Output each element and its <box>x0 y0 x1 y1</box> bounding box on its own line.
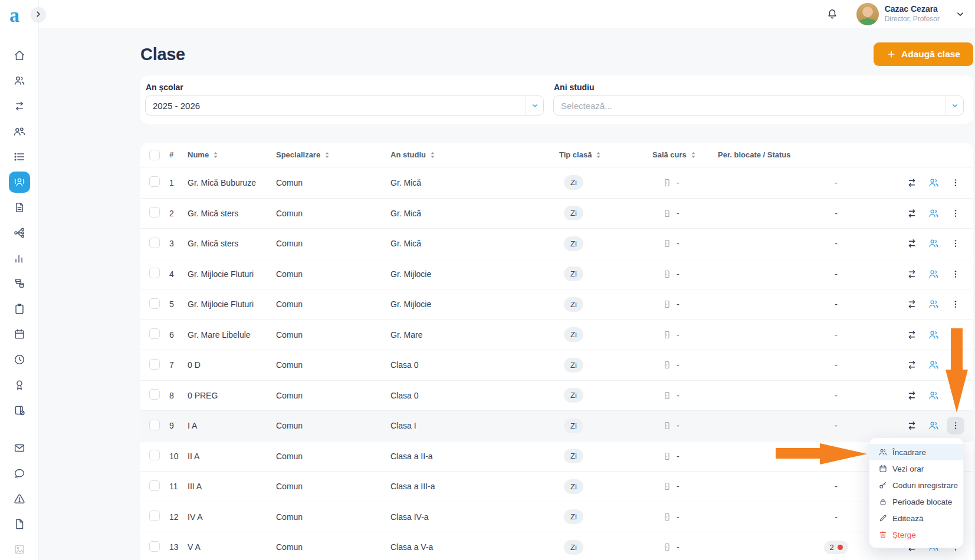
transfer-button[interactable] <box>903 174 921 192</box>
transfer-button[interactable] <box>903 295 921 313</box>
students-button[interactable] <box>925 326 943 344</box>
col-header-nume[interactable]: Nume <box>188 150 276 159</box>
sidebar-item-warning[interactable] <box>0 486 39 511</box>
room-cell: - <box>652 452 718 461</box>
row-checkbox[interactable] <box>149 268 160 278</box>
row-menu-button[interactable] <box>947 387 964 404</box>
add-class-button[interactable]: Adaugă clase <box>874 42 973 66</box>
sidebar-item-list[interactable] <box>0 144 39 169</box>
row-checkbox[interactable] <box>149 359 160 370</box>
col-header-tip-clasa[interactable]: Tip clasă <box>559 150 652 159</box>
sidebar-item-swap[interactable] <box>0 93 39 118</box>
award-icon <box>13 378 26 391</box>
door-icon <box>662 360 672 370</box>
class-type-badge: Zi <box>564 358 583 373</box>
user-menu-chevron[interactable] <box>955 9 966 19</box>
row-menu-button[interactable] <box>947 235 964 252</box>
sidebar-item-clock[interactable] <box>0 347 39 372</box>
col-header-sala-curs[interactable]: Sală curs <box>652 150 718 159</box>
transfer-button[interactable] <box>903 265 921 283</box>
sidebar-item-calendar[interactable] <box>0 321 39 347</box>
col-header-specializare[interactable]: Specializare <box>276 150 390 159</box>
row-checkbox[interactable] <box>149 298 160 309</box>
menu-item-sterge[interactable]: Șterge <box>869 526 963 543</box>
row-actions <box>901 356 973 374</box>
room-cell: - <box>652 299 718 309</box>
menu-item-editeaza[interactable]: Editează <box>869 510 963 526</box>
sidebar-item-chat[interactable] <box>0 460 39 486</box>
sidebar-collapse-button[interactable] <box>31 7 45 21</box>
sidebar-item-clipboard[interactable] <box>0 296 39 321</box>
sidebar-item-home[interactable] <box>0 42 39 68</box>
row-menu-button[interactable] <box>947 295 964 313</box>
class-name: III A <box>188 482 276 491</box>
sidebar-item-class[interactable] <box>0 169 39 195</box>
row-menu-button[interactable] <box>947 356 964 374</box>
row-checkbox[interactable] <box>149 541 160 552</box>
study-year: Gr. Mică <box>390 209 559 218</box>
students-button[interactable] <box>925 174 943 192</box>
row-menu-button[interactable] <box>947 417 964 434</box>
students-button[interactable] <box>925 295 943 313</box>
sidebar-item-hierarchy[interactable] <box>0 220 39 245</box>
sidebar-item-mail[interactable] <box>0 435 39 460</box>
study-year: Clasa 0 <box>390 360 559 370</box>
row-checkbox[interactable] <box>149 207 160 218</box>
specialization: Comun <box>276 239 390 248</box>
door-icon <box>662 299 672 309</box>
study-years-select[interactable]: Selectează... <box>553 95 964 116</box>
row-checkbox[interactable] <box>149 328 160 339</box>
transfer-button[interactable] <box>903 356 921 374</box>
students-button[interactable] <box>925 205 943 222</box>
sidebar-item-award[interactable] <box>0 372 39 397</box>
select-chevron <box>526 96 543 115</box>
sidebar-item-users[interactable] <box>0 68 39 93</box>
row-checkbox[interactable] <box>149 420 160 430</box>
row-checkbox[interactable] <box>149 510 160 521</box>
sidebar-item-document[interactable] <box>0 195 39 220</box>
school-year-select[interactable]: 2025 - 2026 <box>145 95 544 116</box>
transfer-button[interactable] <box>903 387 921 404</box>
room-cell: - <box>652 512 718 522</box>
row-checkbox[interactable] <box>149 389 160 400</box>
sidebar-item-chart[interactable] <box>0 245 39 271</box>
students-button[interactable] <box>925 265 943 283</box>
row-checkbox[interactable] <box>149 450 160 460</box>
students-button[interactable] <box>925 356 943 374</box>
avatar[interactable] <box>856 3 879 25</box>
students-button[interactable] <box>925 417 943 434</box>
row-checkbox[interactable] <box>149 238 160 248</box>
row-menu-button[interactable] <box>947 265 964 283</box>
transfer-button[interactable] <box>903 205 921 222</box>
menu-item-perioade-blocate[interactable]: Perioade blocate <box>869 493 963 510</box>
chevron-down-icon <box>955 9 966 19</box>
row-checkbox[interactable] <box>149 480 160 491</box>
sidebar-item-register[interactable] <box>0 397 39 423</box>
sidebar-item-file[interactable] <box>0 511 39 536</box>
transfer-button[interactable] <box>903 235 921 252</box>
row-checkbox[interactable] <box>149 176 160 187</box>
notifications-button[interactable] <box>826 8 839 21</box>
students-button[interactable] <box>925 387 943 404</box>
sidebar-item-books[interactable] <box>0 271 39 296</box>
menu-item-incadrare[interactable]: Încadrare <box>869 444 963 460</box>
row-menu-button[interactable] <box>947 174 964 192</box>
warning-icon <box>13 492 26 505</box>
kebab-icon <box>950 360 961 370</box>
col-header-an-studiu[interactable]: An studiu <box>390 150 559 159</box>
transfer-button[interactable] <box>903 326 921 344</box>
select-all-checkbox[interactable] <box>149 150 160 160</box>
row-menu-button[interactable] <box>947 326 964 344</box>
transfer-button[interactable] <box>903 417 921 434</box>
menu-item-vezi-orar[interactable]: Vezi orar <box>869 460 963 477</box>
sidebar-item-image[interactable] <box>0 536 39 560</box>
row-menu-button[interactable] <box>947 205 964 222</box>
class-type-badge: Zi <box>564 509 583 524</box>
filter-school-year: An școlar 2025 - 2026 <box>145 83 544 116</box>
sort-icon <box>212 151 219 159</box>
books-icon <box>13 277 26 290</box>
door-icon <box>662 239 672 248</box>
students-button[interactable] <box>925 235 943 252</box>
sidebar-item-group[interactable] <box>0 118 39 144</box>
menu-item-coduri-inregistrare[interactable]: Coduri inregistrare <box>869 477 963 493</box>
